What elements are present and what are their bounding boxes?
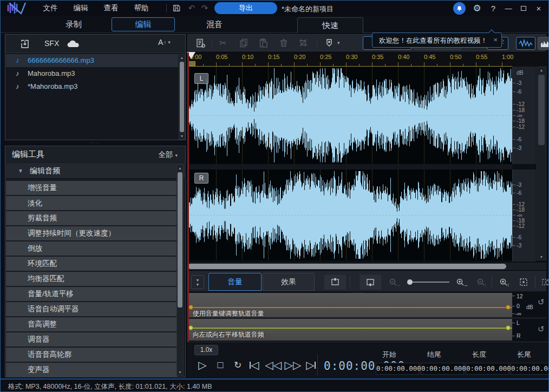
copy-icon[interactable] xyxy=(239,38,249,48)
save-icon[interactable] xyxy=(171,3,182,14)
tool-item-4[interactable]: 倒放 xyxy=(6,241,177,256)
add-keyframe-right-icon[interactable] xyxy=(360,275,381,290)
envelope-keyframe[interactable] xyxy=(506,305,511,310)
marker-dropdown-icon[interactable]: ▾ xyxy=(337,40,340,45)
tab-mode-0[interactable]: 录制 xyxy=(47,16,101,32)
tab-effect[interactable]: 效果 xyxy=(263,273,315,291)
zoom-in-horizontal-icon[interactable]: ↔ xyxy=(454,275,470,290)
media-file-row[interactable]: ♪*Mahoroba.mp3 xyxy=(6,80,178,93)
menu-item-2[interactable]: 查看 xyxy=(96,1,126,16)
tool-item-11[interactable]: 语音音高轮廓 xyxy=(6,348,177,362)
tool-item-9[interactable]: 音高调整 xyxy=(6,317,177,331)
stop-button[interactable]: □ xyxy=(213,356,227,374)
marker-flag-icon[interactable] xyxy=(324,38,334,48)
add-keyframe-left-icon[interactable] xyxy=(324,275,346,290)
waveform-left-channel[interactable] xyxy=(187,67,512,164)
help-button[interactable]: ? xyxy=(488,2,499,15)
time-field-value[interactable]: 0:00:00.000 xyxy=(421,363,464,375)
section-collapse-icon[interactable]: ▼ xyxy=(18,168,23,174)
paste-icon[interactable] xyxy=(258,38,269,48)
scrollbar-thumb[interactable] xyxy=(178,172,182,308)
scrollbar-thumb[interactable] xyxy=(538,75,545,145)
tool-item-12[interactable]: 变声器 xyxy=(6,363,177,377)
spectral-view-icon[interactable] xyxy=(538,37,549,50)
media-file-row[interactable]: ♪6666666666666.mp3 xyxy=(6,54,178,67)
fast-forward-button[interactable]: ▷▷ xyxy=(284,356,302,374)
menu-item-1[interactable]: 编辑 xyxy=(66,1,96,16)
tool-item-2[interactable]: 剪裁音频 xyxy=(6,211,177,225)
zoom-region-icon[interactable] xyxy=(538,275,549,290)
time-field-value[interactable]: 0:00:00.000 xyxy=(376,363,419,375)
clip-properties-icon[interactable] xyxy=(195,38,206,49)
go-to-start-button[interactable]: ◁ xyxy=(247,356,262,374)
menu-item-0[interactable]: 文件 xyxy=(35,1,66,16)
maximize-button[interactable] xyxy=(517,3,530,14)
play-button[interactable]: ▷ xyxy=(195,356,210,374)
media-file-row[interactable]: ♪Mahoroba.mp3 xyxy=(6,67,178,80)
timeline-ruler[interactable]: 0:000:050:100:150:200:250:300:350:400:45… xyxy=(187,52,546,67)
tool-item-7[interactable]: 音量/轨道平移 xyxy=(6,287,177,301)
tool-item-8[interactable]: 语音自动调平器 xyxy=(6,302,177,316)
scroll-up-icon[interactable]: ▲ xyxy=(179,56,185,60)
undo-icon[interactable]: ↶ xyxy=(186,3,198,14)
import-media-icon[interactable] xyxy=(19,38,30,49)
fit-view-icon[interactable] xyxy=(515,275,532,290)
envelope-keyframe[interactable] xyxy=(188,325,193,330)
tool-item-10[interactable]: 调音器 xyxy=(6,332,177,347)
tab-mode-2[interactable]: 混音 xyxy=(187,16,241,32)
zoom-slider[interactable] xyxy=(408,282,449,283)
rewind-button[interactable]: ◁◁ xyxy=(264,356,283,374)
crop-trim-icon[interactable] xyxy=(298,38,308,48)
scrollbar-thumb[interactable] xyxy=(180,62,184,132)
tool-item-3[interactable]: 调整持续时间（更改速度） xyxy=(6,226,177,240)
volume-envelope-row[interactable]: 使用音量键调整轨道音量 xyxy=(187,293,512,317)
close-button[interactable]: × xyxy=(532,3,545,14)
tools-filter-dropdown[interactable]: 全部▾ xyxy=(158,150,178,160)
scroll-up-icon[interactable]: ▲ xyxy=(177,166,183,170)
scroll-down-icon[interactable]: ▼ xyxy=(537,255,546,259)
menu-item-3[interactable]: 帮助 xyxy=(126,1,156,16)
delete-trash-icon[interactable] xyxy=(279,38,289,48)
tools-scrollbar[interactable]: ▲ ▼ xyxy=(177,165,184,376)
tab-quick[interactable]: 快速 xyxy=(297,17,363,33)
time-field-value[interactable]: 0:00:00.000 xyxy=(466,363,509,375)
tool-item-0[interactable]: 增强音量 xyxy=(6,181,177,195)
cloud-icon[interactable] xyxy=(66,39,81,49)
reset-volume-envelope-icon[interactable]: ↺ xyxy=(538,297,545,307)
notification-bell-icon[interactable] xyxy=(453,2,466,15)
panel-resize-handle[interactable]: ···· xyxy=(5,140,186,146)
playback-speed-button[interactable]: 1.0x xyxy=(194,345,218,355)
scroll-up-icon[interactable]: ▲ xyxy=(537,68,546,72)
pan-envelope-line[interactable] xyxy=(187,328,512,329)
cut-scissors-icon[interactable]: ✂ xyxy=(219,38,226,48)
tool-item-1[interactable]: 淡化 xyxy=(6,196,177,210)
sfx-button[interactable]: SFX xyxy=(44,39,59,48)
tab-mode-1[interactable]: 编辑 xyxy=(112,17,175,31)
go-to-end-button[interactable]: ▷ xyxy=(303,356,318,374)
tooltip-close-icon[interactable]: × xyxy=(493,36,498,44)
zoom-in-vertical-icon[interactable]: ↕ xyxy=(496,275,512,290)
collapse-panel-button[interactable]: ▼▼ xyxy=(191,275,204,289)
zoom-out-horizontal-icon[interactable]: ↔ xyxy=(387,275,403,290)
waveform-right-channel[interactable] xyxy=(187,169,512,260)
volume-envelope-line[interactable] xyxy=(187,307,512,308)
slider-knob[interactable] xyxy=(407,279,413,285)
waveform-view-icon[interactable] xyxy=(516,37,535,50)
minimize-button[interactable]: — xyxy=(502,3,515,14)
editor-horizontal-scrollbar[interactable] xyxy=(187,263,546,270)
settings-gear-icon[interactable]: ⚙ xyxy=(470,2,483,15)
tool-item-6[interactable]: 均衡器匹配 xyxy=(6,272,177,286)
tab-volume[interactable]: 音量 xyxy=(208,273,262,291)
sort-order-button[interactable]: A↑▾ xyxy=(158,38,171,47)
scroll-down-icon[interactable]: ▼ xyxy=(177,370,183,374)
scroll-down-icon[interactable]: ▼ xyxy=(179,134,185,138)
media-list-scrollbar[interactable]: ▲ ▼ xyxy=(179,54,185,140)
tool-item-5[interactable]: 环境匹配 xyxy=(6,257,177,271)
zoom-out-vertical-icon[interactable]: ↕ xyxy=(473,275,489,290)
pan-envelope-row[interactable]: 向左或向右平移轨道音频 xyxy=(187,319,512,341)
loop-button[interactable]: ↻ xyxy=(231,356,245,374)
editor-vertical-scrollbar[interactable]: ▲ ▼ xyxy=(537,67,546,260)
envelope-keyframe[interactable] xyxy=(506,325,511,330)
export-button[interactable]: 导出 xyxy=(214,2,277,14)
scrollbar-thumb[interactable] xyxy=(188,264,506,269)
